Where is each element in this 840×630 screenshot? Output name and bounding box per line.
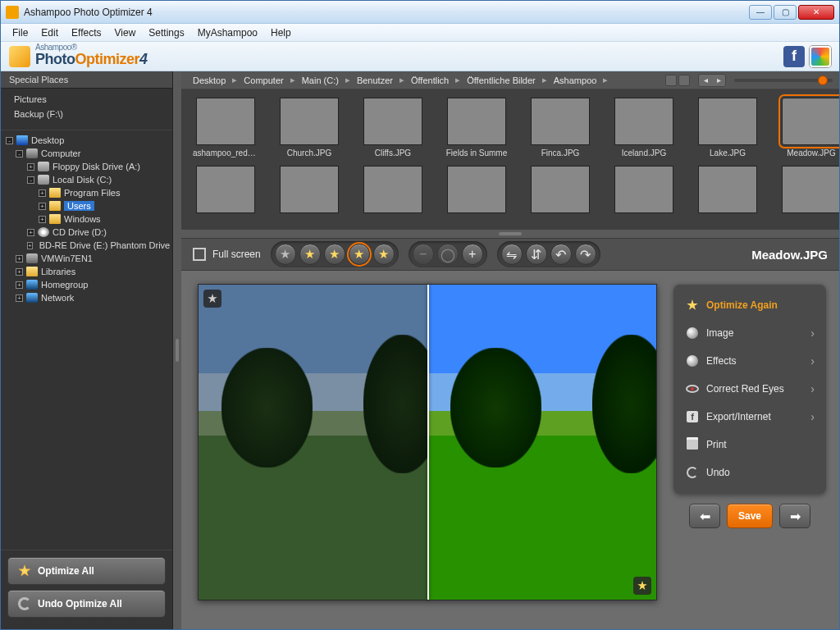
nav-prev-button[interactable]: ◂ <box>699 75 712 86</box>
thumbnail[interactable]: Church.JPG <box>276 98 342 158</box>
thumbnail[interactable] <box>527 166 593 217</box>
tree-node[interactable]: -Local Disk (C:) <box>1 173 172 186</box>
tree-node[interactable]: +Homegroup <box>1 278 172 291</box>
tree-node[interactable]: +VMWin7EN1 <box>1 252 172 265</box>
thumbnail[interactable]: Cliffs.JPG <box>360 98 426 158</box>
maximize-button[interactable]: ▢ <box>774 5 797 20</box>
place-backup[interactable]: Backup (F:\) <box>1 107 172 121</box>
crumb[interactable]: Ashampoo <box>549 74 602 87</box>
prev-image-button[interactable]: ⬅ <box>689 504 720 528</box>
rate-1-button[interactable] <box>299 244 321 265</box>
thumbnail[interactable] <box>276 166 342 217</box>
facebook-icon[interactable]: f <box>783 46 805 67</box>
slider-thumb[interactable] <box>818 75 828 85</box>
menu-effects[interactable]: Effects <box>65 25 107 41</box>
tree-toggle[interactable]: + <box>27 229 34 236</box>
rating-badge-after[interactable] <box>633 577 651 595</box>
menu-help[interactable]: Help <box>264 25 298 41</box>
tree-node[interactable]: +Program Files <box>1 186 172 199</box>
zoom-out-button[interactable]: − <box>413 244 434 265</box>
rating-badge-before[interactable] <box>203 290 221 308</box>
optimize-again-button[interactable]: Optimize Again <box>680 292 819 318</box>
thumbnail[interactable] <box>778 166 839 217</box>
image-menu[interactable]: Image› <box>680 320 819 346</box>
menu-myashampoo[interactable]: MyAshampoo <box>191 25 264 41</box>
undo-button[interactable]: Undo <box>680 459 819 486</box>
tree-toggle[interactable]: - <box>16 150 23 158</box>
tree-toggle[interactable]: + <box>16 255 23 262</box>
tree-toggle[interactable]: + <box>39 216 46 223</box>
crumb[interactable]: Öffentlich <box>406 74 454 87</box>
flip-h-button[interactable]: ⇋ <box>501 244 523 265</box>
thumbnail[interactable]: Lake.JPG <box>695 98 760 158</box>
tree-node[interactable]: -Computer <box>1 147 172 160</box>
thumbnail[interactable]: Meadow.JPG <box>778 98 839 158</box>
thumbnail[interactable]: Finca.JPG <box>527 98 593 158</box>
thumbnail[interactable] <box>444 166 509 217</box>
fullscreen-button[interactable]: Full screen <box>193 248 261 261</box>
crumb[interactable]: Desktop <box>188 74 231 87</box>
tree-node[interactable]: +BD-RE Drive (E:) Phantom Drive <box>1 239 172 252</box>
rate-2-button[interactable] <box>324 244 345 265</box>
menu-view[interactable]: View <box>108 25 143 41</box>
zoom-fit-button[interactable]: ◯ <box>437 244 459 265</box>
tree-toggle[interactable]: + <box>39 203 46 210</box>
tree-node[interactable]: +CD Drive (D:) <box>1 226 172 239</box>
save-button[interactable]: Save <box>727 504 773 528</box>
before-after-compare[interactable] <box>198 284 657 600</box>
tree-toggle[interactable]: + <box>27 163 34 171</box>
close-button[interactable]: ✕ <box>798 5 834 20</box>
tree-toggle[interactable]: + <box>16 268 23 276</box>
rotate-cw-button[interactable]: ↷ <box>575 244 596 265</box>
flip-v-button[interactable]: ⇵ <box>526 244 547 265</box>
red-eye-button[interactable]: Correct Red Eyes› <box>680 376 819 402</box>
zoom-in-button[interactable]: + <box>462 244 483 265</box>
tree-node[interactable]: +Network <box>1 291 172 304</box>
thumbnail[interactable]: ashampoo_red_... <box>193 98 258 158</box>
rate-none-button[interactable] <box>275 244 296 265</box>
tree-toggle[interactable]: - <box>27 176 34 184</box>
optimize-all-button[interactable]: Optimize All <box>7 557 166 585</box>
tree-toggle[interactable]: + <box>39 189 46 197</box>
thumbnail[interactable] <box>193 166 258 217</box>
thumbnail[interactable]: Fields in Summe <box>444 98 509 158</box>
rate-3-button[interactable] <box>349 244 370 265</box>
tree-toggle[interactable]: - <box>6 137 13 144</box>
minimize-button[interactable]: — <box>749 5 772 20</box>
rotate-ccw-button[interactable]: ↶ <box>550 244 572 265</box>
export-menu[interactable]: fExport/Internet› <box>680 404 819 430</box>
thumb-zoom-slider[interactable] <box>734 79 833 82</box>
tree-toggle[interactable]: + <box>16 294 23 302</box>
thumbnail[interactable]: Iceland.JPG <box>611 98 677 158</box>
thumbnail[interactable] <box>695 166 760 217</box>
place-pictures[interactable]: Pictures <box>1 92 172 107</box>
menu-settings[interactable]: Settings <box>142 25 190 41</box>
tree-node[interactable]: +Floppy Disk Drive (A:) <box>1 160 172 173</box>
nav-next-button[interactable]: ▸ <box>712 75 725 86</box>
crumb[interactable]: Main (C:) <box>297 74 344 87</box>
view-list-button[interactable] <box>678 75 690 86</box>
crumb[interactable]: Benutzer <box>352 74 398 87</box>
sidebar-resize-grip[interactable] <box>173 71 181 629</box>
rate-4-button[interactable] <box>373 244 395 265</box>
thumbnail[interactable] <box>611 166 677 217</box>
tree-toggle[interactable]: + <box>27 242 33 249</box>
undo-optimize-all-button[interactable]: Undo Optimize All <box>7 590 166 618</box>
tree-node[interactable]: +Windows <box>1 212 172 226</box>
menu-file[interactable]: File <box>6 25 34 41</box>
effects-menu[interactable]: Effects› <box>680 348 819 374</box>
compare-divider[interactable] <box>427 285 429 600</box>
thumbnail[interactable] <box>360 166 426 217</box>
tree-node[interactable]: +Users <box>1 199 172 212</box>
tree-node[interactable]: -Desktop <box>1 134 172 147</box>
print-button[interactable]: Print <box>680 431 819 458</box>
menu-edit[interactable]: Edit <box>34 25 65 41</box>
picasa-icon[interactable] <box>810 46 831 67</box>
sidebar-tab[interactable]: Special Places <box>1 71 172 89</box>
crumb[interactable]: Öffentliche Bilder <box>462 74 541 87</box>
next-image-button[interactable]: ➡ <box>779 504 810 528</box>
thumb-resize-grip[interactable] <box>181 230 839 238</box>
view-grid-button[interactable] <box>665 75 677 86</box>
tree-node[interactable]: +Libraries <box>1 265 172 278</box>
tree-toggle[interactable]: + <box>16 281 23 289</box>
